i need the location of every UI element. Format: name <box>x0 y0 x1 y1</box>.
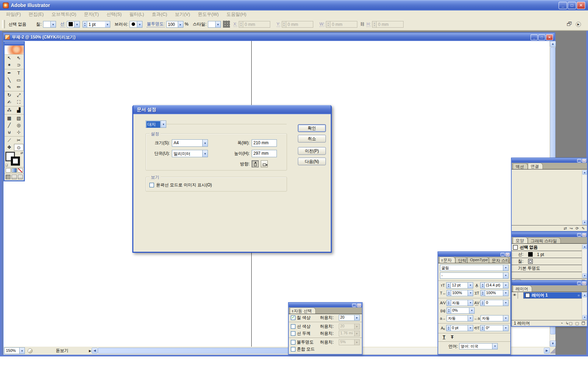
language-dropdown[interactable]: 영어: 미국 ▾ <box>459 343 498 349</box>
doc-close-button[interactable]: ✕ <box>546 34 553 40</box>
layer-name[interactable]: 레이어 1 <box>532 292 548 298</box>
cancel-button[interactable]: 취소 <box>298 135 326 143</box>
palette-minimize-button[interactable]: _ <box>352 304 356 307</box>
visibility-eye-icon[interactable]: 👁 <box>512 292 518 299</box>
scroll-up-icon[interactable]: ▲ <box>550 41 556 47</box>
pen-tool[interactable]: ✒ <box>5 70 14 77</box>
menu-view[interactable]: 보기(V) <box>171 11 194 18</box>
previous-button[interactable]: 이전(P) <box>298 147 326 155</box>
height-field[interactable]: 297 mm <box>252 150 277 157</box>
tab-character[interactable]: ⇕문자 <box>439 257 455 263</box>
appearance-scrollbar[interactable]: ▲ ▼ <box>582 244 587 278</box>
live-paint-bucket-tool[interactable]: ⊎ <box>5 129 14 136</box>
palette-minimize-button[interactable]: _ <box>577 159 581 162</box>
orientation-portrait-button[interactable] <box>252 160 259 167</box>
tab-graphic-styles[interactable]: 그래픽 스타일 <box>528 237 561 243</box>
relink-icon[interactable]: ⇄ <box>564 226 567 231</box>
tab-layers[interactable]: 레이어 <box>513 285 532 292</box>
blend-tool[interactable]: ◎ <box>14 122 23 129</box>
tab-paragraph[interactable]: 단락 <box>455 257 467 263</box>
magic-wand-tool[interactable]: ✶ <box>5 62 14 69</box>
dialog-titlebar[interactable]: 문서 설정 <box>133 105 331 114</box>
menu-type[interactable]: 문자(T) <box>80 11 103 18</box>
new-layer-icon[interactable]: ▢ <box>575 321 579 326</box>
hand-tool[interactable]: ✥ <box>5 144 14 151</box>
fullscreen-menu-mode-button[interactable] <box>12 175 16 179</box>
scroll-left-icon[interactable]: ◀ <box>92 348 98 354</box>
palette-titlebar[interactable]: _ ✕ <box>512 281 587 285</box>
stroke-color-checkbox[interactable] <box>291 324 295 329</box>
links-list[interactable] <box>512 170 582 225</box>
slice-tool[interactable]: ⟋ <box>5 137 14 144</box>
swap-fill-stroke-icon[interactable]: ⇄ <box>20 151 23 155</box>
brush-dropdown[interactable]: ▾ <box>130 21 142 28</box>
vertical-scale-combo[interactable]: ▲▼100%▾ <box>481 290 509 296</box>
fill-tolerance-field[interactable]: 20 ▸ <box>339 315 360 321</box>
tab-appearance[interactable]: 모양 <box>513 237 528 243</box>
collapse-icon[interactable]: ⇕ <box>291 310 294 313</box>
tracking-combo[interactable]: ▲▼0▾ <box>480 300 509 306</box>
rectangle-tool[interactable]: ▭ <box>14 77 23 84</box>
tab-magic-wand[interactable]: ⇕자동 선택 <box>290 307 316 314</box>
standard-screen-mode-button[interactable] <box>6 175 10 179</box>
scroll-up-icon[interactable]: ▲ <box>582 293 587 297</box>
scroll-up-icon[interactable]: ▲ <box>582 244 587 249</box>
graph-tool[interactable]: ▟ <box>14 107 23 114</box>
symbol-sprayer-tool[interactable]: ⁂ <box>5 107 14 114</box>
fill-tolerance-value[interactable]: 20 <box>339 315 355 321</box>
space-after-combo[interactable]: 자동▾ <box>481 315 509 321</box>
stroke-color-swatch[interactable] <box>11 157 20 166</box>
opacity-combo[interactable]: 100 ▸ <box>166 21 183 28</box>
stroke-label[interactable]: 선: <box>60 21 65 27</box>
go-to-bridge-icon[interactable]: 🗗 <box>567 21 572 27</box>
underline-button[interactable]: T <box>443 335 445 340</box>
menu-edit[interactable]: 편집(E) <box>25 11 48 18</box>
document-titlebar[interactable]: 무제-2 @ 150% (CMYK/미리보기) _ □ ✕ <box>4 33 554 41</box>
direct-selection-tool[interactable]: ⇖ <box>14 55 23 62</box>
scroll-down-icon[interactable]: ▼ <box>582 273 587 278</box>
palette-menu-icon[interactable]: ▶ <box>576 22 581 27</box>
kerning-combo[interactable]: ▲▼자동▾ <box>447 300 474 306</box>
collapse-icon[interactable]: ⇕ <box>441 259 443 262</box>
zoom-level-combo[interactable]: 150% ▾ <box>4 347 25 354</box>
lock-toggle[interactable] <box>518 292 524 299</box>
appearance-row-selection[interactable]: 선택 없음 <box>512 244 582 251</box>
fill-color-checkbox[interactable] <box>291 315 295 320</box>
type-tool[interactable]: T <box>14 70 23 77</box>
palette-minimize-button[interactable]: _ <box>500 253 505 256</box>
scroll-up-icon[interactable]: ▲ <box>582 170 587 175</box>
lasso-tool[interactable]: ⊃ <box>14 62 23 69</box>
appearance-row-transparency[interactable]: 기본 투명도 <box>512 265 582 272</box>
palette-close-button[interactable]: ✕ <box>505 253 510 256</box>
control-bar-grip[interactable] <box>2 20 5 28</box>
palette-titlebar[interactable]: _ ✕ <box>289 303 362 307</box>
size-dropdown[interactable]: A4 ▾ <box>172 139 208 147</box>
menu-object[interactable]: 오브젝트(O) <box>48 11 80 18</box>
font-family-dropdown[interactable]: 굴림 ▾ <box>440 265 509 271</box>
maximize-button[interactable]: □ <box>568 2 576 9</box>
tab-links[interactable]: 연결 <box>528 163 543 169</box>
layer-row[interactable]: 👁 레이어 1 ○ <box>512 292 582 299</box>
close-button[interactable]: ✕ <box>577 2 585 9</box>
new-sublayer-icon[interactable]: ↳▢ <box>566 321 573 326</box>
chevron-right-icon[interactable]: ▸ <box>178 21 183 28</box>
layers-scrollbar[interactable]: ▲ ▼ <box>582 292 587 320</box>
free-transform-tool[interactable]: ⛶ <box>14 99 23 106</box>
doc-minimize-button[interactable]: _ <box>531 34 538 40</box>
horizontal-scale-combo[interactable]: ▲▼100%▾ <box>447 290 473 296</box>
menu-filter[interactable]: 필터(L) <box>126 11 148 18</box>
scissors-tool[interactable]: ✂ <box>14 137 23 144</box>
opacity-label[interactable]: 불투명도: <box>147 21 164 27</box>
baseline-shift-combo[interactable]: ▲▼0 pt▾ <box>446 325 473 331</box>
next-button[interactable]: 다음(N) <box>298 158 326 165</box>
tab-character-styles[interactable]: 문자 스타일 <box>489 257 509 263</box>
selection-tool[interactable]: ↖ <box>5 55 14 62</box>
warp-tool[interactable]: ✍ <box>5 99 14 106</box>
menu-file[interactable]: 파일(F) <box>2 11 25 18</box>
outline-mode-checkbox[interactable] <box>149 183 154 187</box>
line-segment-tool[interactable]: ╲ <box>5 77 14 84</box>
style-dropdown[interactable]: ▾ <box>208 21 221 28</box>
palette-close-button[interactable]: ✕ <box>582 233 586 237</box>
status-field[interactable]: 돋보기 ▶ <box>35 347 91 354</box>
stroke-weight-value[interactable]: 1 pt <box>87 21 105 28</box>
